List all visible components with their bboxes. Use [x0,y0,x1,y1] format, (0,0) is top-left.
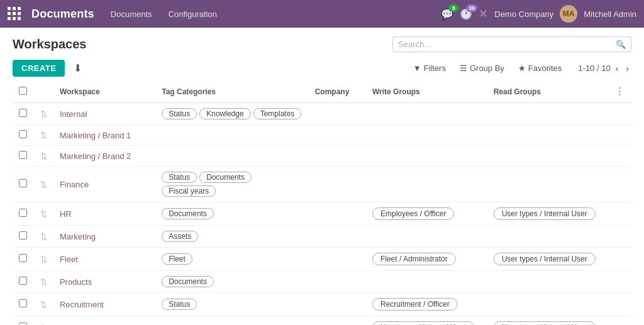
row-checkbox[interactable] [19,130,27,138]
workspace-name[interactable]: Marketing / Brand 1 [60,131,131,140]
topnav-right: 💬 8 🕐 36 ✕ Demo Company MA Mitchell Admi… [441,5,636,23]
tag-badge[interactable]: Status [162,172,197,183]
row-more-cell [608,167,631,202]
row-checkbox[interactable] [19,209,27,217]
workspace-name[interactable]: Recruitment [60,300,104,309]
row-more-cell [608,316,631,326]
row-checkbox-cell [13,167,33,202]
company-cell [309,125,366,146]
read-groups-cell [487,146,609,167]
table-row: ⇅MarketingAssets [13,226,631,248]
write-group-badge[interactable]: Employees / Officer [372,207,454,220]
row-checkbox[interactable] [19,299,27,307]
row-checkbox[interactable] [19,322,27,325]
tag-badge[interactable]: Status [162,108,197,119]
row-checkbox[interactable] [19,109,27,117]
workspace-name[interactable]: Fleet [60,255,78,264]
workspace-name-cell: Fleet [53,248,155,271]
search-input[interactable] [398,40,616,49]
company-header[interactable]: Company [309,80,366,103]
avatar[interactable]: MA [560,5,577,23]
drag-handle-icon[interactable]: ⇅ [40,131,47,140]
tag-badge[interactable]: Documents [199,172,252,183]
tag-badge[interactable]: Fiscal years [162,185,216,197]
sort-handle[interactable]: ⇅ [33,271,53,293]
row-checkbox-cell [13,248,33,271]
drag-handle-icon[interactable]: ⇅ [40,180,47,189]
drag-handle-icon[interactable]: ⇅ [40,255,47,264]
sort-handle[interactable]: ⇅ [33,103,53,125]
drag-handle-icon[interactable]: ⇅ [40,151,47,161]
write-group-badge[interactable]: User types / Internal User [372,321,474,325]
tag-categories-header[interactable]: Tag Categories [155,80,308,103]
write-groups-cell: Recruitment / Officer [366,293,487,316]
sort-handle[interactable]: ⇅ [33,248,53,271]
workspace-name[interactable]: Spreadsheet [60,323,106,326]
drag-handle-icon[interactable]: ⇅ [40,109,47,119]
read-group-badge[interactable]: User types / Internal User [494,321,596,325]
filters-button[interactable]: ▼ Filters [409,61,450,75]
select-all-checkbox[interactable] [19,87,27,95]
tag-badge[interactable]: Fleet [162,253,192,265]
workspace-name[interactable]: Finance [60,180,89,189]
tag-badge[interactable]: Templates [253,108,302,119]
row-checkbox[interactable] [19,179,27,187]
more-icon[interactable]: ⋮ [614,86,625,97]
drag-handle-icon[interactable]: ⇅ [40,277,47,287]
nav-documents[interactable]: Documents [104,6,158,23]
tag-badge[interactable]: Documents [162,276,214,287]
next-page-button[interactable]: › [623,62,631,75]
clock-icon[interactable]: 🕐 36 [460,8,472,20]
workspace-name[interactable]: Products [60,277,92,287]
row-checkbox[interactable] [19,254,27,262]
tag-badge[interactable]: Assets [162,231,198,242]
close-icon[interactable]: ✕ [479,7,488,21]
sort-handle[interactable]: ⇅ [33,293,53,316]
tag-badge[interactable]: Knowledge [199,108,250,119]
write-groups-header[interactable]: Write Groups [366,80,487,103]
filters-label: Filters [424,63,446,73]
app-name: Documents [31,8,94,21]
tag-badge[interactable]: Status [162,299,197,310]
sort-handle[interactable]: ⇅ [33,146,53,167]
row-checkbox[interactable] [19,231,27,240]
drag-handle-icon[interactable]: ⇅ [40,232,47,241]
write-group-badge[interactable]: Fleet / Administrator [372,253,456,265]
sort-handle[interactable]: ⇅ [33,226,53,248]
sort-handle[interactable]: ⇅ [33,167,53,202]
sort-handle[interactable]: ⇅ [33,202,53,226]
company-cell [309,167,366,202]
workspace-name[interactable]: Internal [60,109,87,119]
read-group-badge[interactable]: User types / Internal User [494,253,596,265]
sort-handle[interactable]: ⇅ [33,125,53,146]
drag-handle-icon[interactable]: ⇅ [40,300,47,309]
write-group-badge[interactable]: Recruitment / Officer [372,298,458,311]
workspace-name[interactable]: HR [60,209,72,219]
company-name[interactable]: Demo Company [494,9,553,19]
table-row: ⇅HRDocumentsEmployees / OfficerUser type… [13,202,631,226]
drag-handle-icon[interactable]: ⇅ [40,209,47,219]
row-checkbox-cell [13,202,33,226]
prev-page-button[interactable]: ‹ [613,62,621,75]
read-groups-header[interactable]: Read Groups [487,80,609,103]
upload-button[interactable]: ⬇ [70,60,86,77]
nav-configuration[interactable]: Configuration [162,6,223,23]
workspace-name[interactable]: Marketing / Brand 2 [60,151,131,161]
table-header-row: Workspace Tag Categories Company Write G… [13,80,631,103]
tag-badge[interactable]: Documents [162,208,214,219]
row-more-cell [608,248,631,271]
favorites-button[interactable]: ★ Favorites [514,61,565,75]
row-checkbox[interactable] [19,277,27,285]
messages-icon[interactable]: 💬 8 [441,8,453,20]
username[interactable]: Mitchell Admin [584,9,636,19]
sort-handle[interactable]: ⇅ [33,316,53,326]
read-group-badge[interactable]: User types / Internal User [494,207,596,220]
select-all-header [13,80,33,103]
create-button[interactable]: CREATE [13,60,65,77]
search-icon[interactable]: 🔍 [616,40,626,49]
apps-menu-button[interactable] [8,7,21,21]
row-checkbox[interactable] [19,151,27,159]
workspace-name[interactable]: Marketing [60,232,96,241]
groupby-button[interactable]: ☰ Group By [456,61,508,75]
workspace-header[interactable]: Workspace [53,80,155,103]
